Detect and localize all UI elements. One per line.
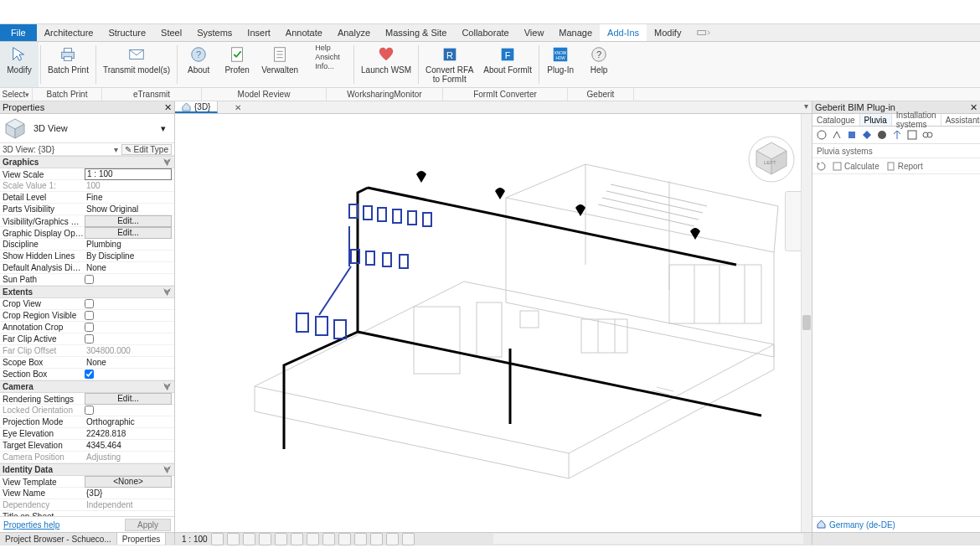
tab-analyze[interactable]: Analyze (330, 24, 378, 41)
launch-wsm-button[interactable]: Launch WSM (356, 42, 416, 87)
vcb-icon-3[interactable] (243, 533, 255, 545)
vcb-icon-13[interactable] (402, 533, 415, 545)
info-mini[interactable]: Info... (315, 62, 334, 70)
tab-collaborate[interactable]: Collaborate (454, 24, 516, 41)
prop-checkbox[interactable] (85, 406, 94, 415)
document-tab-3d[interactable]: {3D} (175, 101, 218, 113)
vcb-icon-11[interactable] (370, 533, 383, 545)
tab-annotate[interactable]: Annotate (278, 24, 330, 41)
tab-steel[interactable]: Steel (153, 24, 189, 41)
geberit-tab-pluvia[interactable]: Pluvia (860, 114, 892, 126)
vcb-icon-9[interactable] (338, 533, 351, 545)
tab-architecture[interactable]: Architecture (37, 24, 101, 41)
prop-edit-button[interactable]: Edit... (85, 215, 172, 227)
prop-value[interactable]: 4345.464 (85, 441, 172, 450)
tab-addins[interactable]: Add-Ins (600, 24, 647, 41)
prop-checkbox[interactable] (85, 311, 94, 320)
gb-icon-8[interactable] (921, 129, 933, 141)
vcb-icon-6[interactable] (291, 533, 303, 545)
ansicht-mini[interactable]: Ansicht (315, 53, 340, 61)
doc-tab-close-icon[interactable]: ✕ (235, 101, 241, 113)
about-formit-button[interactable]: F About FormIt (478, 42, 537, 87)
ribbon-collapse[interactable] (697, 24, 710, 41)
prop-value[interactable]: Adjusting (85, 452, 172, 462)
edit-type-button[interactable]: ✎ Edit Type (121, 144, 172, 155)
drawing-canvas[interactable]: LEFT (175, 114, 812, 532)
doc-tabs-dropdown[interactable]: ▾ (804, 101, 808, 111)
prop-edit-button[interactable]: Edit... (85, 393, 172, 405)
about-button[interactable]: ? About (179, 42, 218, 87)
transmit-button[interactable]: Transmit model(s) (98, 42, 175, 87)
vcb-icon-8[interactable] (322, 533, 335, 545)
section-graphics[interactable]: Graphics⮟ (0, 156, 174, 168)
type-selector[interactable]: 3D View▾ (0, 114, 174, 143)
geberit-calculate[interactable]: Calculate (833, 162, 879, 171)
canvas-horizontal-scrollbar[interactable] (493, 534, 803, 544)
prop-value[interactable]: Fine (85, 193, 172, 202)
gb-icon-1[interactable] (816, 129, 828, 141)
vcb-icon-4[interactable] (259, 533, 271, 545)
plugin-button[interactable]: KNOWHOW Plug-In (541, 42, 580, 87)
prop-checkbox[interactable] (85, 370, 94, 379)
prop-value[interactable]: 304800.000 (85, 346, 172, 355)
gb-icon-5[interactable] (876, 129, 888, 141)
instance-dropdown[interactable]: ▾ (111, 145, 118, 154)
prop-checkbox[interactable] (85, 334, 94, 344)
apply-button[interactable]: Apply (125, 519, 171, 531)
prop-edit-button[interactable]: Edit... (85, 227, 172, 239)
prop-input[interactable]: 1 : 100 (85, 168, 172, 180)
section-camera[interactable]: Camera⮟ (0, 380, 174, 393)
prop-value[interactable]: Orthographic (85, 417, 172, 426)
geberit-refresh[interactable] (817, 162, 826, 171)
properties-close-icon[interactable]: ✕ (164, 102, 172, 113)
gb-icon-7[interactable] (906, 129, 918, 141)
tab-modify[interactable]: Modify (647, 24, 689, 41)
vcb-icon-7[interactable] (307, 533, 319, 545)
gb-icon-2[interactable] (831, 129, 843, 141)
section-extents[interactable]: Extents⮟ (0, 286, 174, 298)
profen-button[interactable]: Profen (218, 42, 256, 87)
geberit-tab-installation[interactable]: Installation systems (892, 114, 941, 126)
prop-value[interactable]: 22428.818 (85, 429, 172, 438)
properties-help-link[interactable]: Properties help (3, 520, 59, 530)
prop-value[interactable]: Show Original (85, 204, 172, 214)
gb-icon-4[interactable] (861, 129, 873, 141)
tab-insert[interactable]: Insert (240, 24, 278, 41)
geberit-locale[interactable]: Germany (de-DE) (829, 520, 895, 530)
tab-massing-site[interactable]: Massing & Site (378, 24, 454, 41)
file-tab[interactable]: File (0, 24, 37, 41)
bottom-tab-properties[interactable]: Properties (117, 533, 167, 545)
bottom-tab-project-browser[interactable]: Project Browser - Schueco... (0, 533, 117, 545)
help-button[interactable]: ? Help (580, 42, 618, 87)
help-mini[interactable]: Help (315, 44, 331, 52)
vcb-icon-5[interactable] (275, 533, 287, 545)
tab-systems[interactable]: Systems (189, 24, 240, 41)
tab-view[interactable]: View (517, 24, 552, 41)
prop-edit-button[interactable]: <None> (85, 476, 172, 488)
geberit-close-icon[interactable]: ✕ (970, 102, 977, 113)
vcb-icon-10[interactable] (354, 533, 367, 545)
gb-icon-6[interactable] (891, 129, 903, 141)
section-identity-data[interactable]: Identity Data⮟ (0, 463, 174, 476)
vcb-icon-2[interactable] (227, 533, 240, 545)
prop-value[interactable]: Independent (85, 500, 172, 509)
prop-value[interactable]: None (85, 358, 172, 367)
canvas-vertical-scrollbar[interactable] (801, 114, 812, 532)
prop-value[interactable]: None (85, 263, 172, 272)
tab-manage[interactable]: Manage (551, 24, 600, 41)
prop-value[interactable]: Plumbing (85, 240, 172, 249)
batch-print-button[interactable]: Batch Print (43, 42, 94, 87)
view-scale[interactable]: 1 : 100 (182, 535, 208, 544)
modify-button[interactable]: Modify (0, 42, 39, 87)
verwalten-button[interactable]: Verwalten (256, 42, 303, 87)
prop-value[interactable]: By Discipline (85, 251, 172, 261)
geberit-tab-catalogue[interactable]: Catalogue (812, 114, 860, 126)
prop-value[interactable]: 100 (85, 181, 172, 190)
tab-structure[interactable]: Structure (101, 24, 153, 41)
vcb-icon-12[interactable] (386, 533, 399, 545)
prop-checkbox[interactable] (85, 323, 94, 332)
prop-value[interactable]: {3D} (85, 488, 172, 498)
gb-icon-3[interactable] (846, 129, 858, 141)
select-panel-label[interactable]: Select (0, 88, 33, 101)
vcb-icon-1[interactable] (211, 533, 224, 545)
